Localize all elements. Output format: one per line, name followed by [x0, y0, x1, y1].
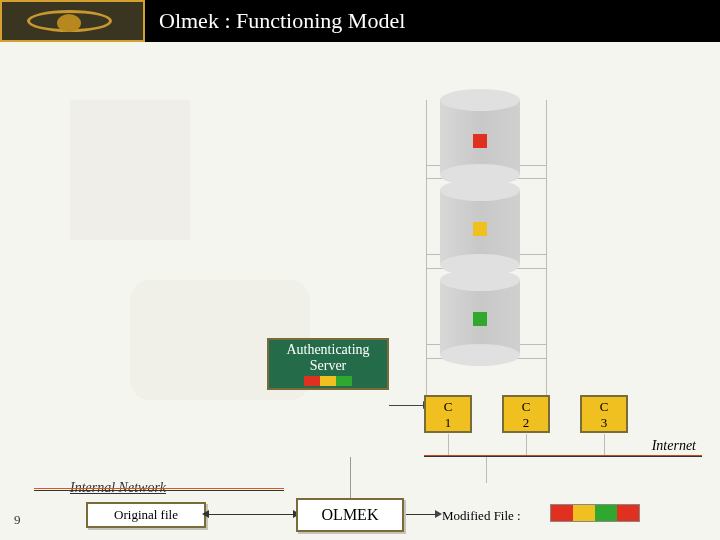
slide-title: Olmek : Functioning Model	[159, 8, 405, 34]
red-marker-icon	[473, 134, 487, 148]
connector-olmek-mod	[406, 514, 436, 515]
dropline	[448, 434, 449, 456]
cylinder-stack	[440, 100, 520, 370]
strip-green-icon	[336, 376, 352, 386]
c-box-2-line1: C	[504, 399, 548, 415]
yellow-marker-icon	[473, 222, 487, 236]
connector-olmek-up	[350, 457, 351, 498]
dropline	[526, 434, 527, 456]
cylinder-cap-icon	[440, 179, 520, 201]
connector-auth-to-c1	[389, 405, 424, 406]
original-file-box: Original file	[86, 502, 206, 528]
c-box-1: C 1	[424, 395, 472, 433]
slide-number: 9	[14, 512, 21, 528]
eye-logo	[0, 0, 145, 42]
dropline	[604, 434, 605, 456]
modified-file-strip	[550, 504, 640, 522]
cylinder-cap-icon	[440, 269, 520, 291]
sep-line-dark	[34, 490, 284, 491]
connector-orig-olmek	[208, 514, 294, 515]
auth-label-2: Server	[269, 358, 387, 374]
green-marker-icon	[473, 312, 487, 326]
c-box-3: C 3	[580, 395, 628, 433]
sep-line-orange	[34, 488, 284, 489]
olmek-box: OLMEK	[296, 498, 404, 532]
strip-red-icon	[551, 505, 573, 521]
modified-file-label: Modified File :	[442, 508, 521, 524]
c-box-1-line1: C	[426, 399, 470, 415]
vertical-guide-left	[426, 100, 427, 420]
c-box-2-line2: 2	[504, 415, 548, 431]
c-box-2: C 2	[502, 395, 550, 433]
auth-color-strip	[269, 376, 387, 386]
auth-server-box: Authenticating Server	[267, 338, 389, 390]
internet-label: Internet	[652, 438, 696, 454]
diagram-area: Authenticating Server C 1 C 2 C 3 Intern…	[0, 60, 720, 540]
vertical-guide-right	[546, 100, 547, 420]
cylinder-cap-icon	[440, 344, 520, 366]
auth-label-1: Authenticating	[269, 342, 387, 358]
internet-separator	[424, 455, 702, 457]
c-box-1-line2: 1	[426, 415, 470, 431]
strip-red-icon	[304, 376, 320, 386]
strip-green-icon	[595, 505, 617, 521]
dropline-below	[486, 457, 487, 483]
c-box-3-line2: 3	[582, 415, 626, 431]
strip-yellow-icon	[573, 505, 595, 521]
cylinder-cap-icon	[440, 89, 520, 111]
eye-pupil-icon	[57, 14, 81, 32]
strip-red2-icon	[617, 505, 639, 521]
strip-yellow-icon	[320, 376, 336, 386]
sep-line-dark	[424, 456, 702, 457]
slide-header: Olmek : Functioning Model	[0, 0, 720, 42]
c-box-3-line1: C	[582, 399, 626, 415]
